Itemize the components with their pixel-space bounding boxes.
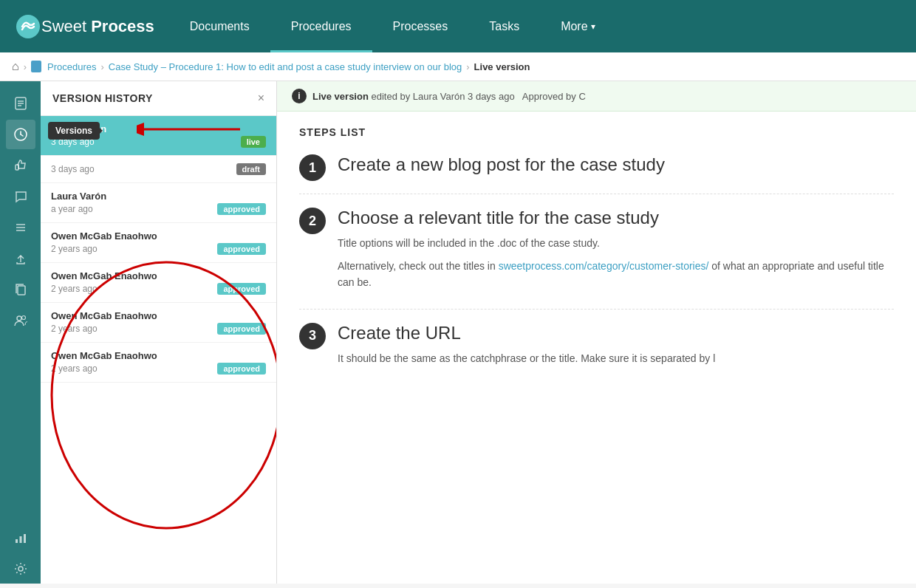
version-user: Owen McGab Enaohwo [51,310,157,321]
sidebar-chat-icon[interactable] [6,182,35,211]
step-item-2: 2 Choose a relevant title for the case s… [299,206,894,309]
step-title-1: Create a new blog post for the case stud… [338,153,665,176]
breadcrumb-procedures[interactable]: Procedures [47,61,96,72]
version-date: 2 years ago [51,244,98,254]
step-desc-2b: Alternatively, check out the titles in s… [338,258,894,291]
step-number-3: 3 [299,323,326,349]
sidebar-settings-icon[interactable] [6,554,35,584]
svg-rect-17 [19,536,21,543]
svg-rect-13 [18,286,25,295]
version-badge-approved: approved [217,243,266,255]
red-arrow-annotation [137,118,247,140]
breadcrumb-sep-2: › [101,61,104,72]
more-dropdown-arrow: ▾ [591,21,595,32]
nav-processes[interactable]: Processes [372,0,469,52]
version-date: 2 years ago [51,284,98,294]
version-badge-approved: approved [217,363,266,375]
breadcrumb-sep-1: › [24,61,27,72]
svg-point-15 [21,316,25,320]
step-content-1: Create a new blog post for the case stud… [338,153,665,182]
step-title-3: Create the URL [338,321,715,344]
version-date: 2 years ago [51,324,98,334]
sidebar-clock-icon[interactable] [6,120,35,149]
logo-sweet: Sweet [41,17,86,36]
logo-process: Process [91,17,154,36]
sidebar-thumbsup-icon[interactable] [6,151,35,180]
version-item[interactable]: Laura Varón a year ago approved [41,183,276,223]
step-title-2: Choose a relevant title for the case stu… [338,206,894,229]
version-badge-approved: approved [217,283,266,295]
sidebar-copy-icon[interactable] [6,275,35,304]
breadcrumb-procedure-title[interactable]: Case Study – Procedure 1: How to edit an… [109,61,462,72]
version-list: Laura Varón 3 days ago live 3 days ago d… [41,116,276,584]
steps-list-header: STEPS LIST [299,126,894,138]
version-close-button[interactable]: × [258,92,264,105]
sidebar-upload-icon[interactable] [6,244,35,273]
breadcrumb-sep-3: › [466,61,469,72]
sidebar-users-icon[interactable] [6,306,35,335]
version-badge-draft: draft [236,163,266,175]
live-banner: i Live version edited by Laura Varón 3 d… [277,81,916,112]
step-desc-3: It should be the same as the catchphrase… [338,350,715,366]
top-nav: SweetProcess Documents Procedures Proces… [0,0,916,52]
breadcrumb: ⌂ › Procedures › Case Study – Procedure … [0,52,916,81]
version-user: Owen McGab Enaohwo [51,350,157,361]
svg-rect-8 [16,165,18,170]
main-layout: VERSION HISTORY × Versions Laura Varón 3… [0,81,916,584]
version-item[interactable]: Owen McGab Enaohwo 2 years ago approved [41,263,276,303]
version-date: 3 days ago [51,164,95,174]
svg-point-14 [17,316,21,321]
sweetprocess-link[interactable]: sweetprocess.com/category/customer-stori… [499,260,709,272]
svg-rect-18 [24,534,26,543]
version-history-panel: VERSION HISTORY × Versions Laura Varón 3… [41,81,277,584]
version-user: Laura Varón [51,191,106,202]
version-item[interactable]: Owen McGab Enaohwo 2 years ago approved [41,303,276,343]
content-body: STEPS LIST 1 Create a new blog post for … [277,112,916,399]
step-item-3: 3 Create the URL It should be the same a… [299,321,894,385]
step-content-2: Choose a relevant title for the case stu… [338,206,894,296]
version-history-title: VERSION HISTORY [52,92,153,104]
version-user: Owen McGab Enaohwo [51,270,157,281]
nav-tasks[interactable]: Tasks [468,0,540,52]
nav-links: Documents Procedures Processes Tasks Mor… [169,0,616,52]
version-item[interactable]: Owen McGab Enaohwo 2 years ago approved [41,343,276,383]
step-number-2: 2 [299,208,326,234]
version-panel-header: VERSION HISTORY × [41,81,276,116]
version-user: Owen McGab Enaohwo [51,230,157,242]
sidebar-list-icon[interactable] [6,213,35,242]
left-sidebar [0,81,41,584]
logo-area: SweetProcess [0,0,169,52]
logo-icon [15,13,41,40]
nav-more[interactable]: More ▾ [540,0,615,52]
version-date: a year ago [51,204,93,214]
live-banner-text: edited by Laura Varón 3 days ago [372,91,515,102]
nav-documents[interactable]: Documents [169,0,270,52]
nav-procedures[interactable]: Procedures [270,0,372,52]
svg-point-19 [18,567,23,571]
step-item-1: 1 Create a new blog post for the case st… [299,153,894,194]
version-item[interactable]: Owen McGab Enaohwo 2 years ago approved [41,223,276,263]
breadcrumb-current: Live version [474,61,530,72]
live-version-label: Live version [312,91,369,102]
sidebar-document-icon[interactable] [6,89,35,118]
sidebar-chart-icon[interactable] [6,523,35,553]
document-icon [31,61,41,72]
approved-text: Approved by C [522,91,586,102]
home-icon[interactable]: ⌂ [12,60,19,73]
version-badge-approved: approved [217,323,266,335]
step-number-1: 1 [299,154,326,181]
versions-tooltip: Versions [48,122,100,140]
info-icon: i [292,89,307,103]
step-desc-2a: Title options will be included in the .d… [338,235,894,251]
svg-line-7 [21,134,23,136]
version-date: 2 years ago [51,363,98,374]
step-content-3: Create the URL It should be the same as … [338,321,715,373]
version-badge-approved: approved [217,203,266,215]
content-area: i Live version edited by Laura Varón 3 d… [277,81,916,584]
version-item[interactable]: 3 days ago draft [41,156,276,183]
svg-rect-16 [16,539,18,543]
